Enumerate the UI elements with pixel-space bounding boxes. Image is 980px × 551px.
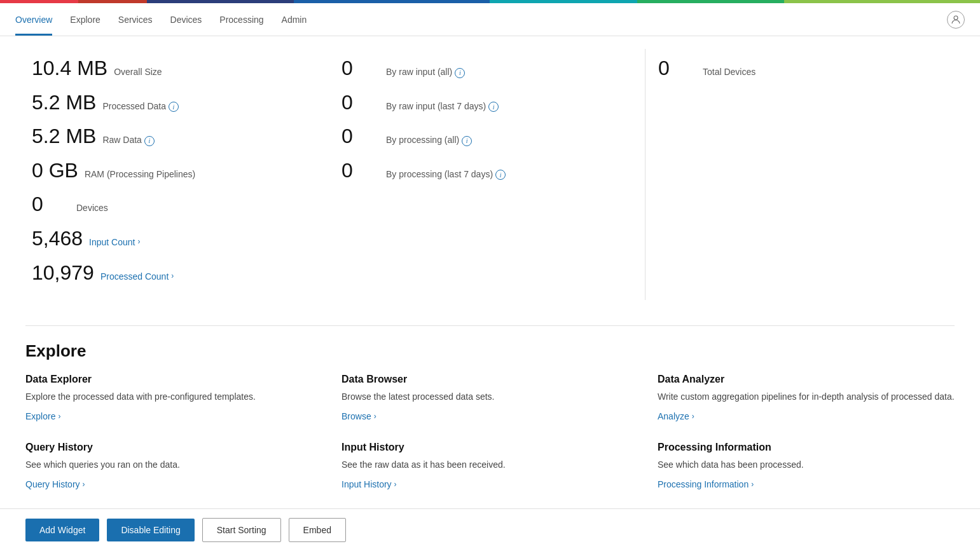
svg-point-0 (954, 16, 958, 20)
card-link-explore[interactable]: Explore › (25, 411, 60, 421)
card-desc-data-analyzer: Write custom aggregation pipelines for i… (658, 390, 955, 404)
main-nav: Overview Explore Services Devices Proces… (0, 3, 980, 36)
stat-ram: 0 GB RAM (Processing Pipelines) (32, 158, 322, 184)
info-icon-by-processing-all[interactable]: i (462, 136, 472, 146)
stat-value-ram: 0 GB (32, 158, 78, 184)
stat-value-input-count: 5,468 (32, 226, 83, 252)
stat-label-devices: Devices (76, 202, 108, 214)
start-sorting-button[interactable]: Start Sorting (202, 518, 281, 542)
card-title-input-history: Input History (342, 442, 638, 453)
stat-devices: 0 Devices (32, 191, 322, 218)
stat-link-processed-count[interactable]: Processed Count › (100, 271, 174, 282)
nav-admin[interactable]: Admin (282, 3, 307, 36)
embed-button[interactable]: Embed (289, 518, 346, 542)
card-desc-processing-information: See which data has been processed. (658, 458, 955, 472)
stat-label-by-raw-all: By raw input (all) (386, 66, 452, 78)
nav-explore[interactable]: Explore (70, 3, 100, 36)
section-divider (25, 325, 955, 326)
stat-by-raw-all: 0 By raw input (all) i (342, 55, 632, 82)
card-processing-information: Processing Information See which data ha… (658, 442, 955, 489)
stat-total-devices: 0 Total Devices (658, 55, 942, 82)
info-icon-by-processing-7d[interactable]: i (495, 170, 506, 180)
chevron-icon-query-history: › (83, 480, 85, 489)
chevron-icon-input-count: › (137, 237, 140, 247)
stat-label-by-raw-7d: By raw input (last 7 days) (386, 100, 486, 112)
chevron-icon-input-history: › (394, 480, 397, 489)
stat-value-devices: 0 (32, 191, 70, 218)
card-data-browser: Data Browser Browse the latest processed… (342, 374, 638, 421)
stat-value-by-processing-all: 0 (342, 123, 380, 150)
card-data-explorer: Data Explorer Explore the processed data… (25, 374, 322, 421)
nav-services[interactable]: Services (118, 3, 153, 36)
card-link-query-history[interactable]: Query History › (25, 479, 85, 489)
card-link-processing-information[interactable]: Processing Information › (658, 479, 754, 489)
stat-processed-data: 5.2 MB Processed Data i (32, 90, 322, 116)
stat-value-overall-size: 10.4 MB (32, 55, 107, 82)
card-title-data-explorer: Data Explorer (25, 374, 322, 385)
nav-devices[interactable]: Devices (170, 3, 202, 36)
card-desc-data-browser: Browse the latest processed data sets. (342, 390, 638, 404)
stats-grid: 10.4 MB Overall Size 5.2 MB Processed Da… (25, 49, 955, 300)
stat-overall-size: 10.4 MB Overall Size (32, 55, 322, 82)
info-icon-processed-data[interactable]: i (169, 102, 179, 112)
disable-editing-button[interactable]: Disable Editing (107, 519, 194, 541)
card-desc-query-history: See which queries you ran on the data. (25, 458, 322, 472)
card-query-history: Query History See which queries you ran … (25, 442, 322, 489)
chevron-icon-processing-information: › (751, 480, 754, 489)
nav-overview[interactable]: Overview (15, 3, 52, 36)
stat-label-total-devices: Total Devices (703, 66, 756, 78)
user-icon[interactable] (947, 11, 965, 29)
stats-col-3: 0 Total Devices (645, 49, 955, 300)
stat-link-input-count[interactable]: Input Count › (89, 236, 140, 248)
stats-col-2: 0 By raw input (all) i 0 By raw input (l… (335, 49, 645, 300)
stat-by-processing-7d: 0 By processing (last 7 days) i (342, 158, 632, 184)
info-icon-by-raw-7d[interactable]: i (488, 102, 499, 112)
info-icon-raw-data[interactable]: i (144, 136, 155, 146)
explore-section: Explore Data Explorer Explore the proces… (25, 341, 955, 510)
card-desc-input-history: See the raw data as it has been received… (342, 458, 638, 472)
card-data-analyzer: Data Analyzer Write custom aggregation p… (658, 374, 955, 421)
card-input-history: Input History See the raw data as it has… (342, 442, 638, 489)
card-title-query-history: Query History (25, 442, 322, 453)
stat-value-raw-data: 5.2 MB (32, 123, 96, 150)
stat-label-raw-data: Raw Data (102, 134, 141, 146)
card-link-browse[interactable]: Browse › (342, 411, 376, 421)
stat-label-processed-data: Processed Data (102, 100, 166, 112)
chevron-icon-browse: › (374, 412, 376, 421)
chevron-icon-explore: › (58, 412, 60, 421)
stat-processed-count: 10,979 Processed Count › (32, 260, 322, 287)
stat-value-by-raw-7d: 0 (342, 90, 380, 116)
stat-label-overall-size: Overall Size (114, 66, 162, 78)
stats-col-1: 10.4 MB Overall Size 5.2 MB Processed Da… (25, 49, 335, 300)
stat-value-by-raw-all: 0 (342, 55, 380, 82)
main-content: 10.4 MB Overall Size 5.2 MB Processed Da… (0, 36, 980, 551)
card-title-data-browser: Data Browser (342, 374, 638, 385)
stat-value-processed-data: 5.2 MB (32, 90, 96, 116)
stat-label-by-processing-all: By processing (all) (386, 134, 459, 146)
card-title-data-analyzer: Data Analyzer (658, 374, 955, 385)
stat-by-raw-7d: 0 By raw input (last 7 days) i (342, 90, 632, 116)
card-link-analyze[interactable]: Analyze › (658, 411, 694, 421)
chevron-icon-processed-count: › (171, 271, 174, 282)
stat-input-count: 5,468 Input Count › (32, 226, 322, 252)
info-icon-by-raw-all[interactable]: i (455, 68, 465, 78)
stat-by-processing-all: 0 By processing (all) i (342, 123, 632, 150)
stat-value-by-processing-7d: 0 (342, 158, 380, 184)
add-widget-button[interactable]: Add Widget (25, 519, 99, 541)
chevron-icon-analyze: › (692, 412, 694, 421)
stat-value-processed-count: 10,979 (32, 260, 94, 287)
nav-items: Overview Explore Services Devices Proces… (15, 3, 307, 36)
action-bar: Add Widget Disable Editing Start Sorting… (0, 508, 980, 551)
stat-label-ram: RAM (Processing Pipelines) (85, 168, 195, 180)
card-title-processing-information: Processing Information (658, 442, 955, 453)
card-link-input-history[interactable]: Input History › (342, 479, 397, 489)
card-desc-data-explorer: Explore the processed data with pre-conf… (25, 390, 322, 404)
stat-label-by-processing-7d: By processing (last 7 days) (386, 168, 493, 180)
nav-processing[interactable]: Processing (219, 3, 263, 36)
explore-grid: Data Explorer Explore the processed data… (25, 374, 955, 510)
stat-value-total-devices: 0 (658, 55, 696, 82)
explore-section-title: Explore (25, 341, 955, 361)
stat-raw-data: 5.2 MB Raw Data i (32, 123, 322, 150)
